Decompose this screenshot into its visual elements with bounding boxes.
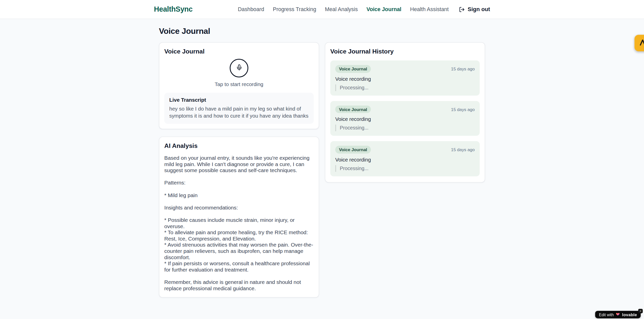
entry-title: Voice recording (335, 76, 475, 82)
entry-timestamp: 15 days ago (451, 107, 475, 112)
mic-icon (236, 64, 242, 72)
heart-icon (616, 312, 620, 317)
top-nav-inner: HealthSync Dashboard Progress Tracking M… (154, 0, 490, 19)
main-nav: Dashboard Progress Tracking Meal Analysi… (238, 6, 490, 13)
lovable-fab-button[interactable] (634, 35, 644, 51)
history-entry-header: Voice Journal 15 days ago (335, 105, 475, 113)
nav-meal-analysis[interactable]: Meal Analysis (325, 6, 358, 13)
main-content: Voice Journal Voice Journal (159, 19, 485, 298)
sign-out-button[interactable]: Sign out (459, 6, 490, 13)
entry-status: Processing... (335, 84, 475, 91)
sign-out-label: Sign out (468, 6, 490, 13)
history-card: Voice Journal History Voice Journal 15 d… (325, 42, 485, 182)
ai-analysis-body: Based on your journal entry, it sounds l… (164, 155, 314, 291)
record-button[interactable] (230, 59, 248, 77)
edit-badge-brand: lovable (622, 312, 637, 317)
tap-to-record-hint: Tap to start recording (164, 82, 314, 87)
top-nav-bar: HealthSync Dashboard Progress Tracking M… (0, 0, 644, 19)
page-title: Voice Journal (159, 26, 485, 36)
nav-voice-journal[interactable]: Voice Journal (366, 6, 401, 13)
live-transcript-title: Live Transcript (169, 97, 309, 103)
edit-badge-prefix: Edit with (599, 312, 614, 317)
ai-analysis-title: AI Analysis (164, 142, 314, 149)
nav-health-assistant[interactable]: Health Assistant (410, 6, 449, 13)
history-entry[interactable]: Voice Journal 15 days ago Voice recordin… (330, 60, 480, 95)
history-entry-header: Voice Journal 15 days ago (335, 146, 475, 153)
recorder-card: Voice Journal Tap to start recording (159, 42, 319, 129)
history-entry[interactable]: Voice Journal 15 days ago Voice recordin… (330, 101, 480, 136)
close-icon[interactable]: × (638, 309, 643, 313)
entry-type-badge: Voice Journal (335, 105, 371, 113)
history-entry[interactable]: Voice Journal 15 days ago Voice recordin… (330, 141, 480, 176)
history-entry-header: Voice Journal 15 days ago (335, 65, 475, 72)
entry-status: Processing... (335, 165, 475, 172)
lovable-logo-icon (639, 38, 644, 48)
app-window: HealthSync Dashboard Progress Tracking M… (0, 0, 644, 319)
entry-status: Processing... (335, 125, 475, 131)
right-column: Voice Journal History Voice Journal 15 d… (325, 42, 485, 182)
history-card-title: Voice Journal History (330, 48, 480, 55)
content-grid: Voice Journal Tap to start recording (159, 42, 485, 298)
entry-timestamp: 15 days ago (451, 147, 475, 152)
live-transcript-box: Live Transcript hey so like I do have a … (164, 93, 314, 124)
lovable-edit-badge[interactable]: Edit with lovable × (595, 311, 641, 318)
live-transcript-text: hey so like I do have a mild pain in my … (169, 105, 309, 119)
entry-title: Voice recording (335, 157, 475, 163)
nav-progress-tracking[interactable]: Progress Tracking (273, 6, 316, 13)
recorder-card-title: Voice Journal (164, 48, 314, 55)
nav-dashboard[interactable]: Dashboard (238, 6, 264, 13)
entry-timestamp: 15 days ago (451, 66, 475, 71)
entry-type-badge: Voice Journal (335, 65, 371, 72)
ai-analysis-card: AI Analysis Based on your journal entry,… (159, 137, 319, 298)
entry-type-badge: Voice Journal (335, 146, 371, 153)
entry-title: Voice recording (335, 116, 475, 122)
logout-icon (459, 6, 465, 12)
page: HealthSync Dashboard Progress Tracking M… (0, 0, 644, 319)
app-logo[interactable]: HealthSync (154, 5, 193, 14)
left-column: Voice Journal Tap to start recording (159, 42, 319, 298)
